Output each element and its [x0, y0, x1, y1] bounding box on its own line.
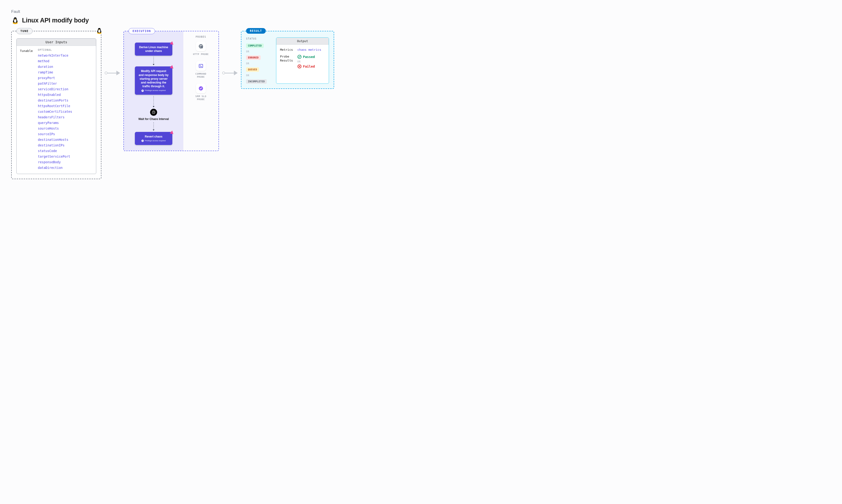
svg-point-3: [15, 18, 16, 19]
tunable-item[interactable]: queryParams: [38, 120, 93, 126]
result-label: RESULT: [246, 28, 266, 34]
tunable-item[interactable]: statusCode: [38, 148, 93, 154]
probe-failed: Failed: [297, 64, 315, 69]
linux-icon: [96, 27, 103, 34]
execution-label: EXECUTION: [128, 28, 155, 34]
page-title-row: Linux API modify body: [11, 16, 831, 24]
probe-caption: COMMANDPROBE: [186, 72, 216, 78]
svg-point-2: [14, 18, 15, 19]
privilege-badge: +Privilege access required: [138, 140, 169, 142]
tunable-item[interactable]: headersFilters: [38, 114, 93, 120]
output-card: Output Metrics chaos metrics Probe Resul…: [276, 37, 329, 84]
tunable-item[interactable]: httpsRootCertFile: [38, 103, 93, 109]
tunable-item[interactable]: destinationIPs: [38, 142, 93, 148]
probes-column: PROBES HTTP PROBECOMMANDPROBESRM SLOPROB…: [183, 31, 219, 150]
connector-arrow: [222, 71, 238, 75]
status-errored: ERRORED: [246, 55, 261, 60]
globe-icon: [196, 41, 206, 51]
privilege-marker-icon: [170, 41, 174, 45]
status-completed: COMPLETED: [246, 43, 264, 48]
probe-caption: SRM SLOPROBE: [186, 95, 216, 101]
tunable-item[interactable]: duration: [38, 64, 93, 70]
chaos-metrics-link[interactable]: chaos metrics: [297, 48, 321, 51]
wait-step: Wait for Chaos Interval: [138, 109, 169, 121]
probe-caption: HTTP PROBE: [186, 53, 216, 56]
tunable-item[interactable]: proxyPort: [38, 75, 93, 81]
step-revert: Revert chaos +Privilege access required: [135, 132, 172, 145]
optional-header: OPTIONAL: [38, 49, 93, 51]
probes-header: PROBES: [186, 36, 216, 38]
output-header: Output: [276, 38, 329, 45]
tunable-item[interactable]: responseBody: [38, 159, 93, 165]
linux-icon: [11, 16, 19, 24]
metrics-key: Metrics: [280, 48, 294, 51]
tunable-column-label: Tunable: [20, 49, 33, 170]
user-inputs-header: User Inputs: [17, 39, 96, 46]
tunable-item[interactable]: pathFilter: [38, 81, 93, 86]
step-modify: Modify API request and response body by …: [135, 67, 172, 95]
or-separator: OR: [246, 74, 272, 77]
probe-passed: Passed: [297, 55, 315, 59]
check-circle-icon: [297, 55, 302, 59]
tune-panel: TUNE User Inputs Tunable OPTIONAL networ…: [11, 31, 101, 179]
status-queued: QUEUED: [246, 67, 259, 72]
probe-item: COMMANDPROBE: [186, 61, 216, 78]
check-shield-icon: [196, 84, 206, 93]
step-derive: Derive Linux machine under chaos: [135, 42, 172, 56]
svg-point-7: [100, 29, 100, 30]
or-separator: OR: [246, 62, 272, 65]
tunable-item[interactable]: rampTime: [38, 70, 93, 75]
tune-label: TUNE: [16, 28, 33, 34]
privilege-badge: +Privilege access required: [138, 89, 169, 92]
tunable-item[interactable]: httpsEnabled: [38, 92, 93, 97]
terminal-icon: [196, 61, 206, 71]
or-separator: OR: [246, 50, 272, 53]
user-inputs-card: User Inputs Tunable OPTIONAL networkInte…: [16, 38, 96, 174]
tunable-item[interactable]: method: [38, 58, 93, 64]
or-separator: OR: [297, 60, 315, 63]
probe-results-key: Probe Results: [280, 55, 294, 63]
connector-arrow: [105, 71, 120, 75]
probe-item: HTTP PROBE: [186, 41, 216, 56]
fault-breadcrumb: Fault: [11, 10, 831, 14]
status-header: STATUS: [246, 37, 272, 40]
tunable-item[interactable]: customCertificates: [38, 109, 93, 114]
tunable-item[interactable]: destinationPorts: [38, 97, 93, 103]
tunable-item[interactable]: networkInterface: [38, 53, 93, 58]
status-column: STATUS COMPLETED OR ERRORED OR QUEUED OR…: [246, 37, 272, 84]
page-title: Linux API modify body: [22, 17, 89, 24]
result-panel: RESULT STATUS COMPLETED OR ERRORED OR QU…: [241, 31, 334, 89]
clock-icon: [150, 109, 157, 116]
status-incompleted: INCOMPLETED: [246, 79, 267, 84]
tunable-list: networkInterfacemethoddurationrampTimepr…: [38, 53, 93, 170]
tunable-item[interactable]: destinationHosts: [38, 137, 93, 142]
tunable-item[interactable]: dataDirection: [38, 165, 93, 170]
tunable-item[interactable]: sourceHosts: [38, 126, 93, 131]
tunable-item[interactable]: targetServicePort: [38, 154, 93, 159]
execution-panel: EXECUTION Derive Linux machine under cha…: [123, 31, 219, 151]
tunable-item[interactable]: sourceIPs: [38, 131, 93, 137]
diagram-canvas: TUNE User Inputs Tunable OPTIONAL networ…: [11, 31, 831, 179]
privilege-marker-icon: [170, 65, 174, 69]
x-circle-icon: [297, 64, 302, 69]
tunable-item[interactable]: serviceDirection: [38, 86, 93, 92]
svg-point-6: [99, 29, 99, 30]
privilege-marker-icon: [170, 130, 174, 134]
probe-item: SRM SLOPROBE: [186, 84, 216, 101]
execution-flow: Derive Linux machine under chaos Modify …: [124, 31, 183, 150]
svg-rect-13: [199, 64, 203, 68]
